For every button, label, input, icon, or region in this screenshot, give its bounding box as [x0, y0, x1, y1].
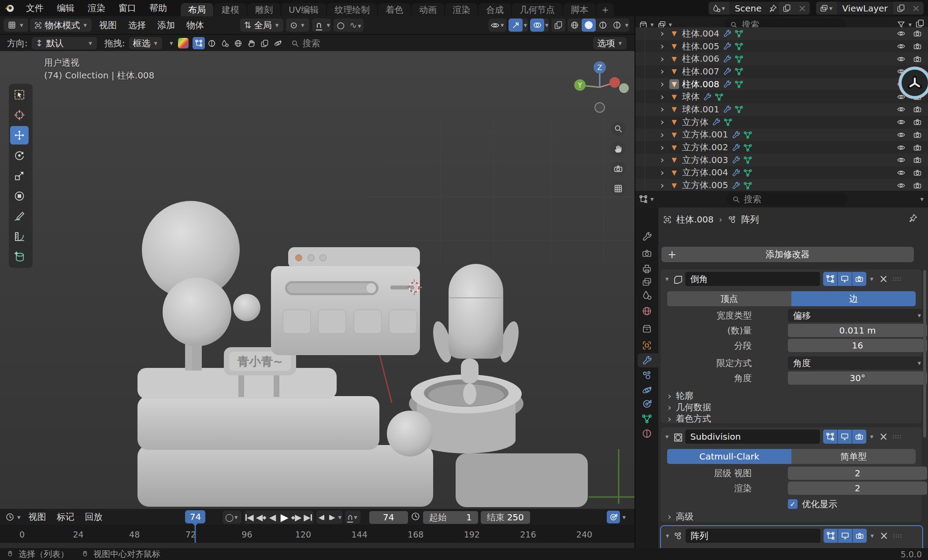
scene-browse-button[interactable]: ▾ — [709, 2, 730, 15]
array-realtime-toggle[interactable] — [838, 529, 852, 543]
disable-render-camera-icon[interactable] — [913, 118, 922, 126]
pivot-point-selector[interactable]: ⊙▾ — [286, 19, 309, 32]
outliner-row[interactable]: › ▼ 球体 — [635, 90, 928, 103]
add-primitive-tool[interactable] — [10, 248, 29, 266]
overlays-toggle[interactable] — [530, 19, 544, 32]
subdivision-editmode-toggle[interactable] — [823, 430, 837, 444]
subdivision-render-toggle[interactable] — [852, 430, 866, 444]
viewport-3d[interactable]: 青小青~ — [0, 51, 635, 509]
xray-toggle[interactable] — [551, 19, 565, 32]
curve-icon[interactable] — [272, 37, 284, 50]
scene-name[interactable]: Scene — [729, 3, 767, 14]
measure-tool[interactable] — [10, 227, 29, 246]
disclosure-icon[interactable]: › — [658, 92, 666, 102]
bevel-editmode-toggle[interactable] — [823, 272, 837, 286]
proportional-editing-toggle[interactable]: ○ — [334, 19, 348, 32]
workspace-tab[interactable]: 纹理绘制 — [327, 3, 377, 16]
segments-slider[interactable]: 16 — [788, 339, 927, 352]
tab-tool[interactable] — [640, 230, 654, 243]
gradient-sphere-icon[interactable] — [178, 38, 189, 48]
pan-view-button[interactable] — [611, 141, 626, 156]
catmull-clark-button[interactable]: Catmull-Clark — [667, 449, 791, 464]
editor-type-button[interactable]: ▾ — [4, 19, 28, 32]
hide-viewport-eye-icon[interactable] — [897, 93, 906, 101]
snap-magnet-icon[interactable]: ∩ — [347, 512, 353, 523]
pie-sphere-icon[interactable] — [206, 37, 218, 50]
disclosure-icon[interactable]: › — [658, 181, 666, 190]
menu-item[interactable]: 帮助 — [143, 0, 174, 16]
tab-physics[interactable] — [640, 384, 654, 397]
shading-wireframe-button[interactable] — [568, 19, 582, 32]
timeline-menu-item[interactable]: 回放 — [80, 511, 108, 523]
falloff-curve-icon[interactable]: ∿▾ — [348, 20, 364, 30]
object-name[interactable]: 立方体.001 — [682, 129, 728, 141]
object-name[interactable]: 柱体.006 — [682, 53, 720, 65]
shading-rendered-button[interactable] — [610, 19, 624, 32]
outliner-row[interactable]: › ▼ 立方体 — [635, 116, 928, 129]
navigation-gizmo[interactable]: Z Y — [557, 55, 635, 200]
end-frame-field[interactable]: 结束250 — [481, 511, 530, 524]
step-forward-button[interactable]: ▶ — [327, 514, 338, 521]
viewport-menu-item[interactable]: 视图 — [93, 19, 122, 31]
array-render-toggle[interactable] — [853, 529, 867, 543]
properties-search-input[interactable]: 搜索 — [727, 193, 847, 206]
select-box-tool[interactable] — [10, 85, 29, 104]
annotate-tool[interactable] — [10, 207, 29, 226]
timeline-menu-item[interactable]: 标记 — [52, 511, 80, 523]
optimal-display-checkbox[interactable]: ✓ — [788, 499, 798, 509]
workspace-tab[interactable]: 动画 — [412, 3, 444, 16]
disclosure-icon[interactable]: › — [658, 117, 666, 127]
properties-scrollbar[interactable] — [923, 270, 926, 438]
disclosure-icon[interactable]: › — [658, 79, 666, 89]
outliner-row[interactable]: › ▼ 柱体.008 — [635, 78, 928, 91]
pin-icon[interactable] — [767, 4, 779, 12]
disable-render-camera-icon[interactable] — [913, 181, 922, 190]
menu-item[interactable]: 编辑 — [50, 0, 81, 16]
axis-ball-negz[interactable] — [595, 103, 605, 112]
axis-ball-x[interactable] — [609, 77, 620, 88]
tab-modifiers[interactable] — [640, 354, 654, 367]
outliner-row[interactable]: › ▼ 柱体.007 — [635, 65, 928, 78]
subdivision-name-field[interactable]: Subdivision — [685, 430, 820, 444]
object-name[interactable]: 柱体.007 — [682, 66, 720, 78]
axis-ball-negy[interactable] — [619, 83, 629, 93]
collapse-icon[interactable]: ▾ — [665, 433, 669, 441]
blender-logo[interactable] — [0, 3, 19, 14]
play-button[interactable]: ▶ — [278, 512, 291, 523]
ortho-toggle-button[interactable] — [611, 181, 626, 196]
workspace-tab[interactable]: 合成 — [479, 3, 511, 16]
array-name-field[interactable]: 阵列 — [686, 529, 820, 543]
disable-render-camera-icon[interactable] — [913, 29, 922, 38]
object-name[interactable]: 立方体.004 — [682, 167, 728, 178]
tab-viewlayer[interactable] — [640, 275, 654, 289]
collapse-chevron-icon[interactable]: ▾ — [170, 39, 173, 47]
disable-render-camera-icon[interactable] — [913, 42, 922, 51]
simple-button[interactable]: 简单型 — [791, 449, 916, 464]
prev-keyframe-button[interactable]: ◀◆ — [256, 512, 267, 523]
affect-vertices-button[interactable]: 顶点 — [667, 291, 791, 306]
new-viewlayer-button[interactable] — [893, 2, 909, 15]
disclosure-icon[interactable]: › — [658, 155, 666, 165]
viewlayer-name[interactable]: ViewLayer — [837, 3, 893, 14]
subdivision-extras-dropdown[interactable]: ▾ — [870, 433, 874, 441]
outliner-row[interactable]: › ▼ 柱体.006 — [635, 52, 928, 65]
outliner-row[interactable]: › ▼ 柱体.004 — [635, 27, 928, 40]
tab-render[interactable] — [640, 247, 654, 260]
disclosure-icon[interactable]: › — [658, 54, 666, 64]
hide-viewport-eye-icon[interactable] — [897, 143, 906, 152]
subdivision-realtime-toggle[interactable] — [838, 430, 852, 444]
camera-view-button[interactable] — [611, 161, 626, 176]
snap-magnet-toggle[interactable]: ∩ — [312, 19, 326, 32]
disclosure-icon[interactable]: › — [658, 41, 666, 51]
array-editmode-toggle[interactable] — [824, 529, 838, 543]
outliner-row[interactable]: › ▼ 立方体.001 — [635, 129, 928, 141]
shading-material-button[interactable] — [596, 19, 610, 32]
start-frame-field[interactable]: 起始1 — [423, 511, 478, 524]
tab-world[interactable] — [640, 304, 654, 318]
hide-viewport-eye-icon[interactable] — [897, 181, 906, 190]
object-name[interactable]: 柱体.008 — [682, 78, 720, 90]
workspace-tab[interactable]: 着色 — [378, 3, 411, 16]
hide-viewport-eye-icon[interactable] — [897, 42, 906, 51]
tab-object[interactable] — [640, 339, 654, 352]
sync-playback-icon[interactable] — [607, 511, 620, 523]
